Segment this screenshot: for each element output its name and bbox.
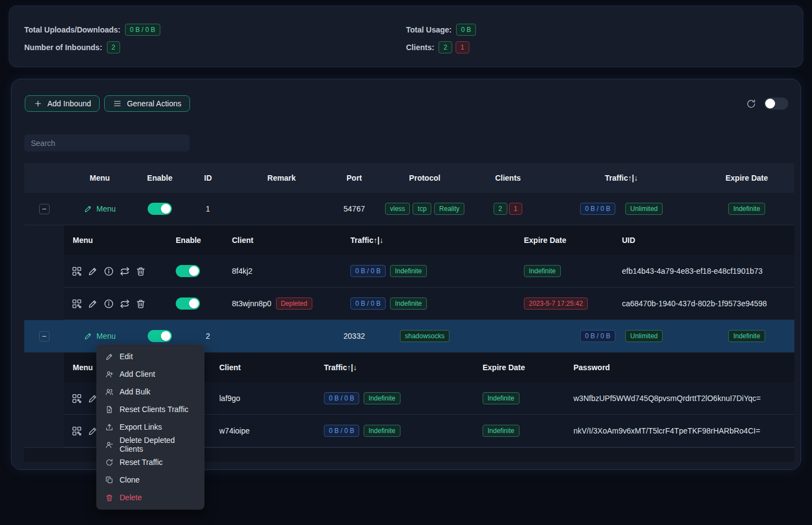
client-name: 8f4kj2 [232,267,252,275]
client-enable-toggle[interactable] [176,297,200,310]
inbound-row-1: − Menu 1 54767 vless tcp Reality [24,193,794,225]
client-traffic-limit-badge: Indefinite [390,297,427,310]
inbound-1-clients-active: 2 [494,203,507,215]
collapse-inbound-1-button[interactable]: − [39,204,50,214]
reset-traffic-icon[interactable] [120,266,130,277]
inbound-2-expire-badge: Indefinite [728,330,765,342]
protocol-tag-shadowsocks: shadowsocks [400,330,450,342]
client-traffic-limit-badge: Indefinite [364,392,400,404]
inbound-2-menu-trigger[interactable]: Menu [84,332,116,340]
theme-toggle[interactable] [764,98,788,110]
inbound-1-enable-toggle[interactable] [148,203,172,215]
context-menu-item-add-bulk[interactable]: Add Bulk [96,383,204,400]
header-enable: Enable [136,163,184,193]
stats-right-column: Total Usage: 0 B Clients: 2 1 [406,24,788,67]
inbound-table-header: Menu Enable ID Remark Port Protocol Clie… [24,163,794,193]
sub1-header-client: Client [221,225,345,255]
users-icon [105,388,113,396]
context-menu-item-clone[interactable]: Clone [96,471,204,489]
client-expire-badge: Indefinite [483,392,519,404]
qr-code-icon[interactable] [72,299,82,309]
info-icon[interactable] [104,266,114,277]
header-traffic-sort[interactable]: Traffic↑|↓ [544,163,699,193]
sub1-header-uid: UID [615,225,794,255]
add-inbound-button[interactable]: Add Inbound [25,95,100,112]
inbound-1-port: 54767 [331,193,377,225]
total-uploads-value: 0 B / 0 B [125,24,160,36]
context-menu-item-export-links[interactable]: Export Links [96,418,204,436]
context-menu-item-reset-traffic[interactable]: Reset Traffic [96,453,204,471]
toolbar-right [746,98,788,110]
pencil-icon [105,353,113,361]
sub2-header-traffic-sort[interactable]: Traffic↑|↓ [312,353,472,382]
qr-code-icon[interactable] [72,393,82,404]
total-usage-label: Total Usage: [406,25,452,34]
total-uploads-row: Total Uploads/Downloads: 0 B / 0 B [24,24,406,36]
edit-pencil-icon [84,204,93,213]
inbound-2-clients [472,320,544,352]
sub2-header-expire: Expire Date [472,353,562,382]
sub1-header-expire: Expire Date [516,225,615,255]
context-menu-item-edit[interactable]: Edit [96,348,204,365]
client-traffic-badge: 0 B / 0 B [324,392,359,404]
inbound-2-traffic-limit-badge: Unlimited [625,330,663,342]
client-password: w3NfbzUPf5WWd745Q8pvsmQrdrttT2lO6knuI7Di… [573,394,761,403]
qr-code-icon[interactable] [72,266,82,277]
sub1-header-enable: Enable [171,225,221,255]
refresh-icon[interactable] [746,99,756,109]
header-expand-col [24,163,64,193]
general-actions-button[interactable]: General Actions [104,95,190,112]
client-expire-badge: Indefinite [483,425,519,437]
inbound-1-traffic-limit-badge: Unlimited [625,203,663,215]
header-expire-date: Expire Date [699,163,794,193]
client-traffic-limit-badge: Indefinite [390,265,427,277]
sub1-header-traffic-sort[interactable]: Traffic↑|↓ [345,225,516,255]
user-add-icon [105,370,113,378]
inbound-1-clients-depleted: 1 [509,203,523,215]
client-actions [64,288,171,320]
menu-bars-icon [113,99,122,108]
edit-icon[interactable] [88,266,98,277]
inbound-2-remark [232,320,331,352]
client-traffic-badge: 0 B / 0 B [324,425,359,437]
copy-icon [105,476,113,484]
trash-icon [105,494,113,502]
delete-icon[interactable] [136,266,146,277]
vless-clients-table: Menu Enable Client Traffic↑|↓ Expire Dat… [64,225,794,320]
client-password: nkV/I/3XoAm9v6xMT/T5lcrF4TpeTKF98rHARbRo… [573,426,760,435]
client-name: laf9go [219,394,240,403]
context-menu-item-delete-depleted-clients[interactable]: Delete Depleted Clients [96,436,204,453]
client-expire-badge: 2023-5-7 17:25:42 [524,297,588,310]
inbound-1-id: 1 [184,193,232,225]
edit-icon[interactable] [88,299,98,309]
inbound-1-menu-trigger[interactable]: Menu [84,204,116,213]
inbound-2-traffic-badge: 0 B / 0 B [580,330,615,342]
client-row-8t3wjnn8p0: 8t3wjnn8p0 Depleted 0 B / 0 B Indefinite… [64,288,794,320]
protocol-tag-tcp: tcp [413,203,431,215]
header-remark: Remark [232,163,331,193]
inbound-1-traffic-badge: 0 B / 0 B [580,203,615,215]
inbound-2-enable-toggle[interactable] [148,330,172,342]
context-menu-item-reset-clients-traffic[interactable]: Reset Clients Traffic [96,400,204,418]
delete-icon[interactable] [136,299,146,309]
inbound-1-expire-badge: Indefinite [728,203,765,215]
sync-icon [105,458,113,467]
client-uid: efb14b43-4a79-4e83-ef18-e48cf1901b73 [622,267,762,275]
search-input[interactable] [24,134,190,151]
client-depleted-tag: Depleted [276,297,312,310]
sub2-header-client: Client [207,353,312,382]
clients-count-row: Clients: 2 1 [406,41,788,53]
clients-count-label: Clients: [406,43,434,52]
clients-depleted-value: 1 [456,41,469,53]
context-menu-item-add-client[interactable]: Add Client [96,365,204,383]
user-delete-icon [105,441,113,449]
reset-traffic-icon[interactable] [120,299,130,309]
client-enable-toggle[interactable] [176,265,200,277]
qr-code-icon[interactable] [72,426,82,436]
context-menu-item-delete[interactable]: Delete [96,489,204,506]
client-name: w74ioipe [219,426,250,435]
protocol-tag-vless: vless [385,203,410,215]
general-actions-label: General Actions [127,99,181,108]
collapse-inbound-2-button[interactable]: − [39,331,50,342]
info-icon[interactable] [104,299,114,309]
